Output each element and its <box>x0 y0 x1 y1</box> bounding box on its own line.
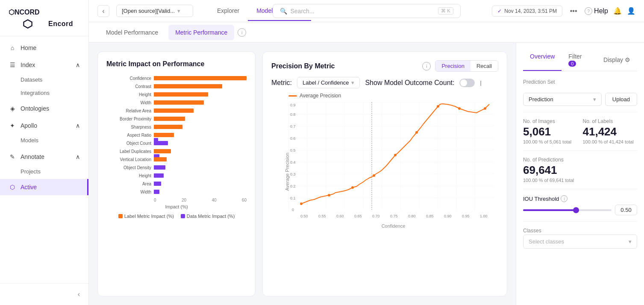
bar-label: Object Density <box>106 165 151 170</box>
more-icon: ••• <box>570 7 577 15</box>
dataset-selector[interactable]: [Open source][Valid... ▾ <box>116 5 193 17</box>
gear-icon: ⚙ <box>625 56 630 63</box>
metric-selector[interactable]: Label / Confidence ▾ <box>297 77 360 88</box>
legend-line <box>288 95 297 97</box>
panel-tab-display[interactable]: Display ⚙ <box>597 50 637 71</box>
upload-button[interactable]: Upload <box>605 93 637 106</box>
bar-track <box>154 190 247 194</box>
x-label-40: 40 <box>212 198 216 202</box>
svg-text:0.80: 0.80 <box>408 214 416 218</box>
sidebar-item-integrations[interactable]: Integrations <box>0 86 88 100</box>
stats-grid: No. of Images 5,061 100.00 % of 5,061 to… <box>523 118 637 144</box>
panel-tab-overview[interactable]: Overview <box>523 50 562 71</box>
tab-model-performance-label: Model Performance <box>106 29 158 36</box>
bar-row: Area <box>106 180 247 187</box>
subbar-info-icon[interactable]: i <box>238 28 246 37</box>
prediction-row: Prediction ▾ Upload <box>523 93 637 106</box>
prediction-select[interactable]: Prediction ▾ <box>523 93 602 106</box>
legend-purple: Data Metric Impact (%) <box>181 214 235 219</box>
iou-info-icon[interactable]: i <box>561 195 568 202</box>
prediction-set-label: Prediction Set <box>523 79 637 85</box>
display-label: Display <box>603 56 623 63</box>
active-icon: ⬡ <box>9 183 16 191</box>
stat-images-sub: 100.00 % of 5,061 total <box>523 139 578 144</box>
sidebar-item-index[interactable]: ☰ Index ∧ <box>0 57 88 73</box>
avg-precision-label: Average Precision <box>300 93 341 99</box>
iou-block: IOU Threshold i 0.50 <box>523 195 637 215</box>
bar-row: Label Duplicates <box>106 148 247 155</box>
subbar: Model Performance Metric Performance i <box>89 22 644 43</box>
precision-info-icon[interactable]: i <box>422 62 431 70</box>
x-axis-title: Impact (%) <box>106 204 247 209</box>
bar-label: Confidence <box>106 76 151 81</box>
bar-track <box>154 182 247 186</box>
sidebar-item-active[interactable]: ⬡ Active <box>0 179 88 195</box>
precision-btn-group: Precision Recall <box>435 60 498 72</box>
x-label-20: 20 <box>182 198 186 202</box>
bar-row: Relative Area <box>106 107 247 114</box>
bar-fill-orange <box>154 92 208 97</box>
svg-text:0.90: 0.90 <box>444 214 452 218</box>
svg-point-31 <box>458 107 461 110</box>
bar-label: Aspect Ratio <box>106 133 151 138</box>
index-icon: ☰ <box>9 61 16 69</box>
app-logo: ⬡NCORD Encord <box>0 0 88 36</box>
collapse-icon: ‹ <box>78 290 80 298</box>
more-options-button[interactable]: ••• <box>568 5 579 17</box>
bar-row: Contrast <box>106 83 247 90</box>
stat-images-value: 5,061 <box>523 125 578 138</box>
sidebar-item-datasets[interactable]: Datasets <box>0 73 88 86</box>
user-icon[interactable]: 👤 <box>627 7 635 15</box>
precision-btn[interactable]: Precision <box>435 61 470 71</box>
prediction-value: Prediction <box>529 96 553 103</box>
tab-model-performance[interactable]: Model Performance <box>99 25 165 40</box>
sidebar-item-models[interactable]: Models <box>0 134 88 147</box>
sidebar-label-annotate: Annotate <box>21 153 44 160</box>
bar-fill-orange <box>154 117 185 121</box>
sidebar-item-projects[interactable]: Projects <box>0 165 88 178</box>
sidebar-label-active: Active <box>21 184 37 191</box>
sidebar-item-ontologies[interactable]: ◈ Ontologies <box>0 100 88 117</box>
back-icon: ‹ <box>102 7 104 15</box>
precision-title: Precision By Metric <box>271 62 335 70</box>
sidebar-item-home[interactable]: ⌂ Home <box>0 40 88 56</box>
tab-explorer-label: Explorer <box>217 7 239 14</box>
classes-select[interactable]: Select classes ▾ <box>523 235 637 249</box>
toggle-knob <box>460 79 467 86</box>
stat-images: No. of Images 5,061 100.00 % of 5,061 to… <box>523 118 578 144</box>
sidebar-label-ontologies: Ontologies <box>21 105 49 112</box>
outcome-toggle[interactable] <box>459 79 475 87</box>
sidebar-item-apollo[interactable]: ✦ Apollo ∧ <box>0 117 88 134</box>
sidebar-label-index: Index <box>21 62 35 68</box>
bar-fill-orange <box>154 84 222 88</box>
recall-btn[interactable]: Recall <box>471 61 498 71</box>
predictions-value: 69,641 <box>523 164 637 177</box>
bar-fill-orange <box>154 109 194 113</box>
bar-track <box>154 109 247 113</box>
filter-badge: 0 <box>568 61 576 67</box>
search-bar[interactable]: 🔍 Search... ⌘ K <box>273 4 461 18</box>
divider-4 <box>523 221 637 222</box>
iou-slider-row: 0.50 <box>523 205 637 215</box>
date-filter[interactable]: ✓ Nov 14, 2023, 3:51 PM <box>492 6 562 17</box>
filter-label: Filter <box>568 53 582 60</box>
iou-slider[interactable] <box>523 209 612 211</box>
help-button[interactable]: ? Help <box>585 7 608 15</box>
back-button[interactable]: ‹ <box>97 5 109 17</box>
sidebar-item-annotate[interactable]: ✎ Annotate ∧ <box>0 149 88 165</box>
notification-icon[interactable]: 🔔 <box>613 7 622 15</box>
bar-label: Area <box>106 182 151 186</box>
panel-tab-filter[interactable]: Filter 0 <box>562 50 597 71</box>
sidebar-label-apollo: Apollo <box>21 122 37 129</box>
bar-label: Height <box>106 173 151 178</box>
precision-svg: 0 0.1 0.2 0.3 0.4 0.5 0.6 0.7 0.8 0.9 0.… <box>288 102 494 222</box>
bar-chart: ConfidenceContrastHeightWidthRelative Ar… <box>106 75 247 195</box>
tab-metric-performance[interactable]: Metric Performance <box>168 25 234 40</box>
search-shortcut: ⌘ K <box>438 7 453 15</box>
stat-images-label: No. of Images <box>523 118 578 124</box>
topbar: ‹ [Open source][Valid... ▾ Explorer Mode… <box>89 0 644 22</box>
tab-explorer[interactable]: Explorer <box>209 1 248 21</box>
sidebar-collapse-button[interactable]: ‹ <box>0 283 88 305</box>
y-axis-label: Average Precision <box>285 152 290 191</box>
bar-row: Object Density <box>106 164 247 171</box>
